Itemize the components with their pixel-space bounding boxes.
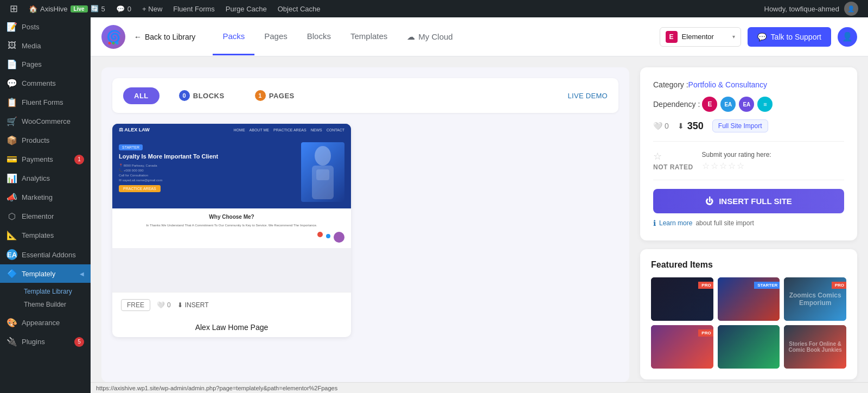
pages-count: 1	[255, 90, 266, 101]
heart-icon: 🤍	[157, 301, 165, 309]
sidebar-item-fluent-forms[interactable]: 📋 Fluent Forms	[0, 93, 91, 112]
fluent-forms-btn[interactable]: Fluent Forms	[168, 0, 220, 17]
talk-to-support-button[interactable]: 💬 Talk to Support	[748, 27, 831, 47]
featured-item-6[interactable]: Stories For Online & Comic Book Junkies	[784, 325, 846, 369]
wp-icon: ⊞	[10, 3, 18, 15]
back-to-library-btn[interactable]: ← Back to Library	[134, 33, 195, 41]
sidebar-item-media[interactable]: 🖼 Media	[0, 36, 91, 55]
featured-item-4[interactable]: PRO	[651, 325, 713, 369]
sidebar-item-products[interactable]: 📦 Products	[0, 131, 91, 150]
sidebar-item-payments[interactable]: 💳 Payments 1	[0, 150, 91, 169]
not-rated-star-icon: ☆	[653, 150, 662, 162]
tab-blocks[interactable]: Blocks	[297, 18, 341, 55]
featured-item-1[interactable]: PRO	[651, 277, 713, 321]
elementor-dep-icon: E	[702, 97, 717, 112]
sidebar-item-label: Fluent Forms	[22, 98, 63, 106]
power-icon: ⏻	[705, 196, 713, 206]
stars-row[interactable]: ☆ ☆ ☆ ☆ ☆	[702, 161, 771, 171]
fake-nav: ⚖ ALEX LAW HOME ABOUT ME PRACTICE AREAS …	[112, 124, 351, 136]
insert-button[interactable]: ⬇ INSERT	[177, 301, 209, 309]
sidebar-item-label: Essential Addons	[22, 251, 76, 259]
comments-btn[interactable]: 💬 0	[111, 0, 137, 17]
sidebar-item-templates[interactable]: 📐 Templates	[0, 226, 91, 245]
comments-icon: 💬	[7, 78, 17, 88]
category-value[interactable]: Portfolio & Consultancy	[688, 80, 768, 89]
sidebar-item-label: Elementor	[22, 212, 54, 220]
learn-more-link[interactable]: Learn more	[659, 219, 692, 227]
info-card: Category : Portfolio & Consultancy Depen…	[640, 67, 857, 240]
admin-avatar: 👤	[844, 2, 858, 16]
status-bar: https://axishive.wp1.site/wp-admin/admin…	[91, 382, 868, 393]
fake-hero-text: STARTER Loyalty Is More Important To Cli…	[119, 142, 296, 192]
featured-badge-3: PRO	[832, 282, 846, 289]
templates-icon: 📐	[7, 230, 17, 240]
templately-logo: 🌀	[101, 25, 125, 49]
star-5[interactable]: ☆	[737, 161, 744, 171]
sidebar-item-marketing[interactable]: 📣 Marketing	[0, 188, 91, 207]
full-site-badge: Full Site Import	[712, 119, 768, 132]
site-name[interactable]: 🏠 AxisHive Live 🔄 5	[23, 0, 111, 17]
new-btn[interactable]: + New	[137, 0, 168, 17]
sidebar-item-label: Posts	[22, 23, 40, 31]
featured-item-2[interactable]: STARTER	[718, 277, 780, 321]
star-2[interactable]: ☆	[711, 161, 718, 171]
wp-logo[interactable]: ⊞	[4, 0, 23, 17]
products-icon: 📦	[7, 135, 17, 145]
sidebar-item-woocommerce[interactable]: 🛒 WooCommerce	[0, 112, 91, 131]
sidebar-item-essential-addons[interactable]: EA Essential Addons	[0, 245, 91, 264]
sidebar-item-label: Marketing	[22, 193, 53, 201]
elementor-selector-icon: E	[666, 31, 678, 43]
sync-icon: 🔄	[91, 5, 99, 12]
sidebar-item-elementor[interactable]: ⬡ Elementor	[0, 207, 91, 226]
sidebar-item-pages[interactable]: 📄 Pages	[0, 55, 91, 74]
like-stat: 🤍 0	[653, 122, 669, 130]
featured-item-5[interactable]	[718, 325, 780, 369]
filter-pages-button[interactable]: 1 PAGES	[244, 86, 305, 105]
download-stat-icon: ⬇	[678, 122, 684, 130]
sidebar-item-posts[interactable]: 📝 Posts	[0, 17, 91, 36]
sidebar-sub-template-library[interactable]: Template Library	[17, 285, 91, 298]
star-3[interactable]: ☆	[719, 161, 727, 171]
insert-full-site-button[interactable]: ⏻ INSERT FULL SITE	[653, 189, 844, 213]
object-cache-btn[interactable]: Object Cache	[272, 0, 326, 17]
sidebar-item-plugins[interactable]: 🔌 Plugins 5	[0, 332, 91, 351]
filter-blocks-button[interactable]: 0 BLOCKS	[168, 86, 235, 105]
filter-all-button[interactable]: ALL	[123, 87, 159, 104]
fake-section2-title: Why Choose Me?	[119, 214, 344, 220]
comment-icon: 💬	[116, 5, 125, 13]
sidebar-item-templately[interactable]: 🔷 Templately ◀	[0, 264, 91, 283]
chat-icon: 💬	[757, 33, 767, 41]
plugins-icon: 🔌	[7, 337, 17, 347]
sidebar-item-appearance[interactable]: 🎨 Appearance	[0, 313, 91, 332]
fake-hero: STARTER Loyalty Is More Important To Cli…	[112, 136, 351, 208]
svg-rect-2	[316, 169, 329, 180]
header-bar: 🌀 ← Back to Library Packs Pages Blocks T…	[91, 17, 868, 56]
fake-hero-info: 📍 8090 Parkway, Canada 📞 +000 000 000 Ca…	[119, 163, 296, 183]
category-label: Category :	[653, 80, 688, 89]
selector-dropdown-arrow: ▾	[732, 34, 735, 40]
elementor-selector[interactable]: E Elementor ▾	[660, 27, 741, 47]
nav-tabs: Packs Pages Blocks Templates ☁ My Cloud	[213, 18, 462, 55]
tab-packs[interactable]: Packs	[213, 18, 254, 55]
featured-badge-1: PRO	[698, 282, 713, 289]
purge-cache-btn[interactable]: Purge Cache	[220, 0, 272, 17]
tab-pages[interactable]: Pages	[254, 18, 297, 55]
live-badge: Live	[71, 5, 88, 12]
sidebar-submenu: Template Library Theme Builder	[0, 283, 91, 313]
tab-templates[interactable]: Templates	[341, 18, 397, 55]
sidebar-item-analytics[interactable]: 📊 Analytics	[0, 169, 91, 188]
star-4[interactable]: ☆	[728, 161, 736, 171]
user-avatar-button[interactable]: 👤	[838, 27, 857, 47]
like-button[interactable]: 🤍 0	[157, 301, 171, 309]
howdy-text[interactable]: Howdy, towfique-ahmed 👤	[759, 0, 864, 17]
featured-item-3[interactable]: PRO Zoomics Comics Emporium	[784, 277, 846, 321]
heart-stat-icon: 🤍	[653, 122, 662, 130]
dependency-icons: E EA EA ≡	[702, 97, 773, 112]
sidebar-item-comments[interactable]: 💬 Comments	[0, 74, 91, 93]
tab-my-cloud[interactable]: ☁ My Cloud	[397, 19, 462, 55]
sidebar-item-label: WooCommerce	[22, 117, 71, 125]
live-demo-link[interactable]: LIVE DEMO	[568, 92, 608, 100]
template-card-footer: FREE 🤍 0 ⬇ INSERT	[112, 292, 351, 318]
sidebar-sub-theme-builder[interactable]: Theme Builder	[17, 298, 91, 311]
star-1[interactable]: ☆	[702, 161, 710, 171]
